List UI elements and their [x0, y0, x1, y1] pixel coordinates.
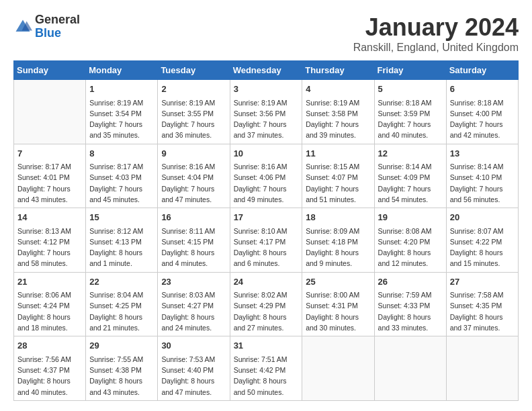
col-wednesday: Wednesday: [230, 61, 302, 80]
col-monday: Monday: [86, 61, 158, 80]
table-row: 17Sunrise: 8:10 AMSunset: 4:17 PMDayligh…: [230, 208, 302, 273]
table-row: 23Sunrise: 8:03 AMSunset: 4:27 PMDayligh…: [158, 272, 230, 336]
day-number: 25: [306, 275, 370, 289]
day-info: Sunrise: 8:04 AMSunset: 4:25 PMDaylight:…: [89, 289, 154, 333]
day-number: 4: [306, 83, 370, 96]
table-row: 11Sunrise: 8:15 AMSunset: 4:07 PMDayligh…: [302, 144, 374, 208]
table-row: 3Sunrise: 8:19 AMSunset: 3:56 PMDaylight…: [230, 80, 302, 144]
header: General Blue January 2024 Ranskill, Engl…: [13, 13, 519, 54]
day-info: Sunrise: 7:51 AMSunset: 4:42 PMDaylight:…: [234, 354, 299, 398]
day-info: Sunrise: 8:03 AMSunset: 4:27 PMDaylight:…: [161, 289, 226, 333]
calendar-table: Sunday Monday Tuesday Wednesday Thursday…: [13, 60, 519, 401]
day-info: Sunrise: 8:16 AMSunset: 4:06 PMDaylight:…: [234, 161, 299, 205]
month-title: January 2024: [353, 13, 519, 42]
day-number: 6: [450, 83, 515, 96]
day-info: Sunrise: 8:11 AMSunset: 4:15 PMDaylight:…: [161, 226, 226, 269]
table-row: 20Sunrise: 8:07 AMSunset: 4:22 PMDayligh…: [446, 208, 518, 273]
day-number: 18: [306, 211, 370, 224]
col-saturday: Saturday: [446, 61, 518, 80]
calendar-week-row: 7Sunrise: 8:17 AMSunset: 4:01 PMDaylight…: [14, 144, 519, 208]
table-row: 9Sunrise: 8:16 AMSunset: 4:04 PMDaylight…: [158, 144, 230, 208]
title-block: January 2024 Ranskill, England, United K…: [353, 13, 519, 54]
day-number: 7: [17, 147, 82, 161]
logo-text: General Blue: [35, 13, 80, 40]
table-row: 31Sunrise: 7:51 AMSunset: 4:42 PMDayligh…: [230, 336, 302, 401]
calendar-week-row: 14Sunrise: 8:13 AMSunset: 4:12 PMDayligh…: [14, 208, 519, 273]
table-row: 27Sunrise: 7:58 AMSunset: 4:35 PMDayligh…: [446, 272, 518, 336]
table-row: [446, 336, 518, 401]
table-row: 4Sunrise: 8:19 AMSunset: 3:58 PMDaylight…: [302, 80, 374, 144]
day-info: Sunrise: 8:19 AMSunset: 3:58 PMDaylight:…: [306, 97, 370, 141]
day-info: Sunrise: 8:18 AMSunset: 3:59 PMDaylight:…: [378, 97, 443, 141]
day-number: 29: [89, 339, 154, 353]
page-wrapper: General Blue January 2024 Ranskill, Engl…: [13, 13, 519, 401]
day-info: Sunrise: 8:16 AMSunset: 4:04 PMDaylight:…: [161, 161, 226, 205]
day-number: 19: [378, 211, 443, 224]
table-row: 18Sunrise: 8:09 AMSunset: 4:18 PMDayligh…: [302, 208, 374, 273]
day-info: Sunrise: 8:15 AMSunset: 4:07 PMDaylight:…: [306, 161, 370, 205]
day-number: 24: [234, 275, 299, 289]
day-info: Sunrise: 8:17 AMSunset: 4:03 PMDaylight:…: [89, 161, 154, 205]
day-info: Sunrise: 7:53 AMSunset: 4:40 PMDaylight:…: [161, 354, 226, 398]
table-row: [302, 336, 374, 401]
day-info: Sunrise: 8:13 AMSunset: 4:12 PMDaylight:…: [17, 226, 82, 269]
calendar-week-row: 28Sunrise: 7:56 AMSunset: 4:37 PMDayligh…: [14, 336, 519, 401]
table-row: 10Sunrise: 8:16 AMSunset: 4:06 PMDayligh…: [230, 144, 302, 208]
day-number: 2: [161, 83, 226, 96]
day-info: Sunrise: 8:19 AMSunset: 3:54 PMDaylight:…: [89, 97, 154, 141]
day-info: Sunrise: 8:19 AMSunset: 3:55 PMDaylight:…: [161, 97, 226, 141]
table-row: 5Sunrise: 8:18 AMSunset: 3:59 PMDaylight…: [374, 80, 446, 144]
day-number: 9: [161, 147, 226, 161]
day-number: 12: [378, 147, 443, 161]
table-row: 29Sunrise: 7:55 AMSunset: 4:38 PMDayligh…: [86, 336, 158, 401]
day-number: 5: [378, 83, 443, 96]
day-number: 20: [450, 211, 515, 224]
day-number: 22: [89, 275, 154, 289]
day-number: 28: [17, 339, 82, 353]
day-info: Sunrise: 8:07 AMSunset: 4:22 PMDaylight:…: [450, 226, 515, 269]
day-number: 31: [234, 339, 299, 353]
col-thursday: Thursday: [302, 61, 374, 80]
day-info: Sunrise: 8:19 AMSunset: 3:56 PMDaylight:…: [234, 97, 299, 141]
calendar-header-row: Sunday Monday Tuesday Wednesday Thursday…: [14, 61, 519, 80]
day-number: 3: [234, 83, 299, 96]
day-info: Sunrise: 8:17 AMSunset: 4:01 PMDaylight:…: [17, 161, 82, 205]
table-row: 22Sunrise: 8:04 AMSunset: 4:25 PMDayligh…: [86, 272, 158, 336]
table-row: 24Sunrise: 8:02 AMSunset: 4:29 PMDayligh…: [230, 272, 302, 336]
table-row: [374, 336, 446, 401]
table-row: 13Sunrise: 8:14 AMSunset: 4:10 PMDayligh…: [446, 144, 518, 208]
day-info: Sunrise: 8:02 AMSunset: 4:29 PMDaylight:…: [234, 289, 299, 333]
calendar-week-row: 1Sunrise: 8:19 AMSunset: 3:54 PMDaylight…: [14, 80, 519, 144]
day-info: Sunrise: 7:58 AMSunset: 4:35 PMDaylight:…: [450, 289, 515, 333]
day-info: Sunrise: 7:56 AMSunset: 4:37 PMDaylight:…: [17, 354, 82, 398]
day-info: Sunrise: 8:09 AMSunset: 4:18 PMDaylight:…: [306, 226, 370, 269]
day-number: 15: [89, 211, 154, 224]
table-row: 21Sunrise: 8:06 AMSunset: 4:24 PMDayligh…: [14, 272, 86, 336]
table-row: 26Sunrise: 7:59 AMSunset: 4:33 PMDayligh…: [374, 272, 446, 336]
day-number: 13: [450, 147, 515, 161]
day-number: 26: [378, 275, 443, 289]
calendar-week-row: 21Sunrise: 8:06 AMSunset: 4:24 PMDayligh…: [14, 272, 519, 336]
day-info: Sunrise: 8:10 AMSunset: 4:17 PMDaylight:…: [234, 226, 299, 269]
day-info: Sunrise: 8:14 AMSunset: 4:09 PMDaylight:…: [378, 161, 443, 205]
table-row: 19Sunrise: 8:08 AMSunset: 4:20 PMDayligh…: [374, 208, 446, 273]
day-number: 1: [89, 83, 154, 96]
day-info: Sunrise: 7:59 AMSunset: 4:33 PMDaylight:…: [378, 289, 443, 333]
day-info: Sunrise: 7:55 AMSunset: 4:38 PMDaylight:…: [89, 354, 154, 398]
table-row: 25Sunrise: 8:00 AMSunset: 4:31 PMDayligh…: [302, 272, 374, 336]
table-row: 14Sunrise: 8:13 AMSunset: 4:12 PMDayligh…: [14, 208, 86, 273]
day-number: 8: [89, 147, 154, 161]
day-number: 14: [17, 211, 82, 224]
table-row: 2Sunrise: 8:19 AMSunset: 3:55 PMDaylight…: [158, 80, 230, 144]
col-friday: Friday: [374, 61, 446, 80]
location-title: Ranskill, England, United Kingdom: [353, 42, 519, 54]
logo-general: General: [35, 13, 80, 26]
table-row: 15Sunrise: 8:12 AMSunset: 4:13 PMDayligh…: [86, 208, 158, 273]
day-number: 27: [450, 275, 515, 289]
table-row: 7Sunrise: 8:17 AMSunset: 4:01 PMDaylight…: [14, 144, 86, 208]
day-info: Sunrise: 8:00 AMSunset: 4:31 PMDaylight:…: [306, 289, 370, 333]
col-sunday: Sunday: [14, 61, 86, 80]
day-number: 23: [161, 275, 226, 289]
day-info: Sunrise: 8:18 AMSunset: 4:00 PMDaylight:…: [450, 97, 515, 141]
day-number: 10: [234, 147, 299, 161]
